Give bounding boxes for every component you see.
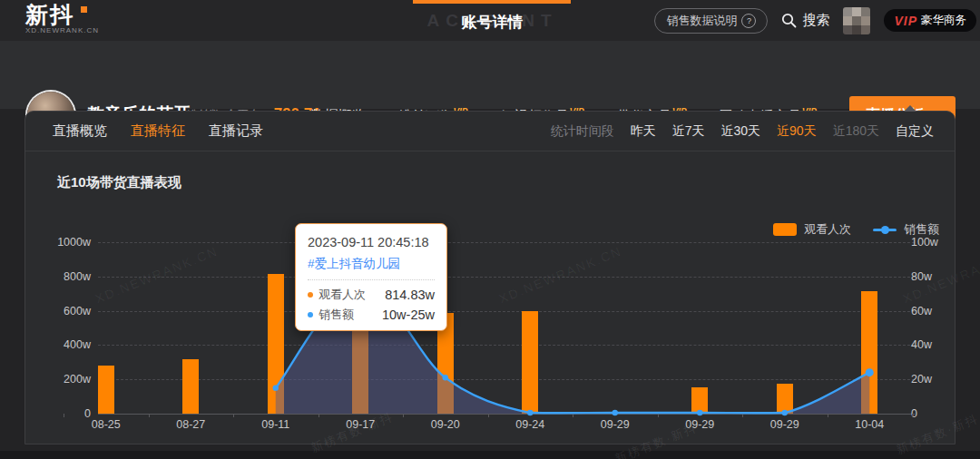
top-header: 新抖 XD.NEWRANK.CN ACCOUNT 账号详情 销售数据说明 ? 搜… bbox=[0, 0, 980, 41]
chart-title: 近10场带货直播表现 bbox=[57, 174, 181, 191]
y-tick-right: 20w bbox=[911, 373, 932, 386]
time-filter-option-0[interactable]: 昨天 bbox=[631, 123, 656, 140]
legend-line-marker-icon bbox=[873, 223, 897, 236]
y-tick-left: 400w bbox=[0, 338, 91, 351]
brand-logo[interactable]: 新抖 XD.NEWRANK.CN bbox=[25, 3, 99, 34]
y-tick-right: 60w bbox=[911, 305, 932, 317]
time-filter-option-2[interactable]: 近30天 bbox=[720, 123, 760, 140]
page-title: 账号详情 bbox=[372, 12, 612, 33]
grid-line bbox=[98, 242, 915, 243]
x-tick-mark bbox=[149, 414, 150, 417]
caret-up-icon bbox=[904, 105, 916, 112]
grid-line bbox=[98, 311, 915, 312]
grid-line bbox=[98, 345, 915, 346]
live-subnav: 直播概览直播特征直播记录 统计时间段 昨天近7天近30天近90天近180天自定义 bbox=[25, 112, 955, 151]
tooltip-datetime: 2023-09-11 20:45:18 bbox=[308, 235, 435, 249]
vip-icon: VIP bbox=[894, 14, 917, 28]
active-tab-indicator bbox=[413, 0, 571, 4]
x-tick-mark bbox=[403, 414, 404, 417]
x-axis-label: 09-29 bbox=[770, 418, 799, 431]
bar-10-04[interactable] bbox=[861, 291, 877, 414]
x-tick-mark bbox=[318, 414, 319, 417]
user-avatar[interactable] bbox=[843, 7, 870, 34]
time-filter: 统计时间段 昨天近7天近30天近90天近180天自定义 bbox=[551, 112, 934, 151]
search-button[interactable]: 搜索 bbox=[781, 12, 829, 29]
time-filter-option-1[interactable]: 近7天 bbox=[672, 123, 705, 140]
sales-dot-icon bbox=[308, 312, 313, 317]
x-tick-mark bbox=[742, 414, 743, 417]
views-dot-icon bbox=[308, 292, 313, 298]
bar-09-24[interactable] bbox=[522, 311, 538, 414]
x-axis-label: 09-20 bbox=[431, 418, 460, 431]
bottom-strip bbox=[0, 451, 980, 459]
legend-dot bbox=[881, 226, 889, 234]
account-bar: 教音乐的花开... 粉丝数(全平台) 790.71w 数据概览粉丝画像VIP短视… bbox=[0, 41, 980, 109]
bar-08-25[interactable] bbox=[98, 366, 114, 414]
x-axis-label: 09-11 bbox=[261, 418, 289, 431]
subnav-tab-2[interactable]: 直播记录 bbox=[209, 122, 263, 140]
x-axis-line bbox=[98, 414, 915, 415]
x-tick-mark bbox=[64, 414, 64, 417]
legend-bar-marker-icon bbox=[773, 223, 797, 236]
brand-logo-text: 新抖 bbox=[25, 3, 99, 27]
x-axis-label: 08-25 bbox=[92, 418, 121, 431]
x-tick-mark bbox=[233, 414, 234, 417]
bar-09-29[interactable] bbox=[691, 387, 708, 414]
tooltip-row-sales: 销售额 10w-25w bbox=[308, 307, 435, 323]
x-axis-label: 09-29 bbox=[601, 418, 630, 431]
vip-plan-badge[interactable]: VIP 豪华商务 bbox=[884, 9, 976, 32]
time-filter-label: 统计时间段 bbox=[551, 123, 614, 140]
chart-legend: 观看人次销售额 bbox=[773, 221, 939, 238]
y-tick-left: 0 bbox=[0, 407, 91, 420]
live-subnav-tabs: 直播概览直播特征直播记录 bbox=[25, 122, 263, 140]
header-actions: 销售数据说明 ? 搜索 VIP 豪华商务 bbox=[654, 0, 976, 41]
chart-tooltip: 2023-09-11 20:45:18 #爱上抖音幼儿园 观看人次 814.83… bbox=[295, 223, 447, 331]
tooltip-row-views: 观看人次 814.83w bbox=[308, 287, 435, 303]
search-label: 搜索 bbox=[802, 12, 829, 29]
search-icon bbox=[781, 13, 797, 28]
x-tick-mark bbox=[573, 414, 573, 417]
grid-line bbox=[98, 379, 915, 380]
x-tick-mark bbox=[912, 414, 913, 417]
subnav-tab-1[interactable]: 直播特征 bbox=[131, 122, 185, 140]
x-tick-mark bbox=[828, 414, 828, 417]
time-filter-option-4[interactable]: 近180天 bbox=[833, 123, 879, 140]
y-tick-right: 80w bbox=[911, 270, 932, 283]
subnav-tab-0[interactable]: 直播概览 bbox=[53, 122, 107, 140]
y-tick-left: 200w bbox=[0, 373, 91, 386]
x-axis-label: 09-17 bbox=[346, 418, 375, 431]
tooltip-topic-link[interactable]: #爱上抖音幼儿园 bbox=[308, 256, 435, 272]
bar-09-11[interactable] bbox=[268, 274, 284, 414]
legend-item-1[interactable]: 销售额 bbox=[873, 221, 939, 238]
x-tick-mark bbox=[658, 414, 659, 417]
x-axis-label: 09-24 bbox=[515, 418, 544, 431]
x-axis-label: 10-04 bbox=[855, 418, 884, 431]
y-tick-left: 800w bbox=[0, 270, 91, 283]
time-filter-option-5[interactable]: 自定义 bbox=[896, 123, 934, 140]
analysis-panel: 直播概览直播特征直播记录 统计时间段 昨天近7天近30天近90天近180天自定义 bbox=[24, 111, 956, 444]
time-filter-option-3[interactable]: 近90天 bbox=[777, 123, 817, 140]
y-tick-right: 40w bbox=[911, 338, 932, 351]
x-tick-mark bbox=[488, 414, 489, 417]
x-axis-label: 09-29 bbox=[685, 418, 714, 431]
brand-logo-square-icon bbox=[81, 6, 87, 13]
y-tick-left: 1000w bbox=[0, 236, 91, 249]
bar-08-27[interactable] bbox=[182, 359, 199, 414]
sales-data-info-button[interactable]: 销售数据说明 ? bbox=[654, 8, 768, 34]
time-filter-options: 昨天近7天近30天近90天近180天自定义 bbox=[631, 123, 934, 140]
tooltip-divider bbox=[308, 279, 435, 280]
help-question-icon: ? bbox=[741, 14, 756, 28]
legend-item-0[interactable]: 观看人次 bbox=[773, 221, 851, 238]
app-root: 新抖 XD.NEWRANK.CN ACCOUNT 账号详情 销售数据说明 ? 搜… bbox=[0, 0, 980, 459]
x-axis-label: 08-27 bbox=[176, 418, 205, 431]
grid-line bbox=[98, 277, 915, 278]
brand-logo-domain: XD.NEWRANK.CN bbox=[25, 26, 99, 34]
bar-09-29[interactable] bbox=[777, 384, 793, 414]
y-tick-left: 600w bbox=[0, 305, 91, 317]
y-tick-right: 100w bbox=[911, 236, 938, 249]
